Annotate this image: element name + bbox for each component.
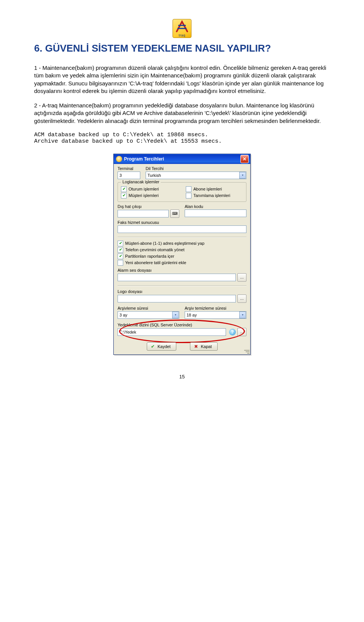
logo-text: traq (173, 33, 191, 37)
help-icon[interactable]: ? (229, 329, 236, 335)
backup-dir-label: Yedekleme dizini (SQL Server Üzerinde) (118, 323, 246, 327)
browse-logo-button[interactable]: … (237, 294, 246, 303)
archive-clean-select[interactable]: 18 ay ▾ (185, 311, 246, 319)
chk-subscriber[interactable]: Abone işlemleri (186, 186, 243, 192)
archive-duration-select[interactable]: 3 ay ▾ (118, 311, 179, 319)
paragraph-2: 2 - A-traq Maintenance(bakım) programını… (34, 102, 330, 125)
fax-input[interactable] (118, 225, 246, 233)
logo-icon (174, 20, 190, 34)
chk-address-match[interactable]: ✔Müşteri-abone (1-1) adres eşleştirmesi … (118, 241, 246, 246)
language-select[interactable]: Turkish ▾ (146, 172, 246, 179)
archive-clean-label: Arşiv temizleme süresi (185, 306, 246, 310)
chk-definition[interactable]: Tanımlama işlemleri (186, 193, 243, 198)
terminal-label: Terminal (118, 166, 140, 171)
close-button[interactable]: ✖ Kapat (190, 342, 218, 351)
browse-backup-button[interactable]: … (237, 328, 246, 336)
chk-customer[interactable]: ✔Müşteri işlemleri (121, 193, 178, 198)
chk-session[interactable]: ✔Oturum işlemleri (121, 186, 178, 192)
chevron-down-icon: ▾ (239, 172, 246, 179)
chk-holidays[interactable]: Yeni abonelere tatil günlerini ekle (118, 260, 246, 266)
header-logo: traq (34, 19, 330, 39)
area-code-label: Alan kodu (185, 204, 246, 209)
dialog-title: Program Tercihleri (124, 156, 164, 162)
logging-group: Loglanacak işlemler ✔Oturum işlemleri ✔M… (118, 182, 246, 202)
dialog-titlebar: Program Tercihleri ✕ (114, 154, 250, 164)
logo-file-label: Logo dosyası (118, 289, 246, 294)
outline-label: Dış hat çıkışı (118, 204, 179, 209)
fax-label: Faks hizmet sunucusu (118, 220, 246, 225)
page-number: 15 (34, 374, 330, 379)
chk-partitions[interactable]: ✔Partitionları raporlarda içer (118, 254, 246, 259)
terminal-input[interactable]: 3 (118, 172, 140, 179)
chevron-down-icon: ▾ (172, 312, 179, 318)
logo-file-input[interactable] (118, 295, 236, 302)
page-title: 6. GÜVENLİ SİSTEM YEDEKLEME NASIL YAPILI… (34, 43, 330, 54)
backup-dir-input[interactable]: C:\Yedek (118, 328, 226, 336)
archive-duration-label: Arşivleme süresi (118, 306, 179, 310)
close-icon[interactable]: ✕ (240, 155, 249, 163)
resize-grip-icon (244, 350, 249, 354)
area-code-input[interactable] (185, 209, 246, 217)
preferences-dialog: Program Tercihleri ✕ Terminal 3 Dil Terc… (113, 154, 251, 355)
outline-input[interactable] (118, 210, 169, 217)
browse-alarm-button[interactable]: … (237, 273, 246, 282)
chk-auto-phone[interactable]: ✔Telefon çevrimini otomatik yönet (118, 247, 246, 253)
dialog-icon (116, 156, 122, 162)
log-output: ACM database backed up to C:\Yedek\ at 1… (34, 132, 330, 145)
save-button[interactable]: ✔ Kaydet (147, 342, 176, 351)
alarm-sound-label: Alarm ses dosyası (118, 268, 246, 272)
language-label: Dil Tercihi (146, 166, 246, 171)
chevron-down-icon: ▾ (239, 312, 246, 318)
paragraph-1: 1 - Maintenance(bakım) programının düzen… (34, 64, 330, 95)
cross-icon: ✖ (193, 344, 199, 349)
alarm-sound-input[interactable] (118, 274, 236, 281)
logging-group-title: Loglanacak işlemler (121, 180, 161, 184)
check-icon: ✔ (150, 344, 155, 349)
keypad-icon[interactable]: ⌨ (170, 209, 179, 218)
